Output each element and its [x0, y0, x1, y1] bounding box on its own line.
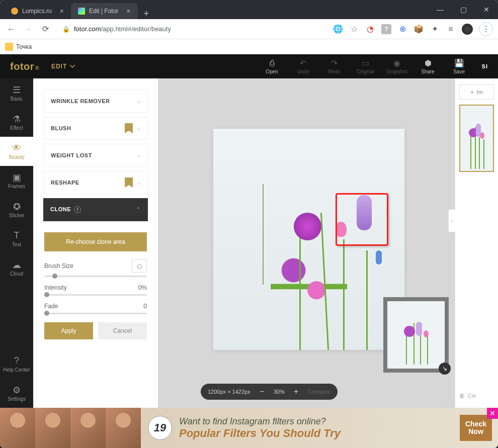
browser-menu-icon[interactable]: ⋮	[479, 22, 493, 36]
navigator-panel[interactable]: ↘	[383, 297, 449, 373]
clone-selection-box[interactable]	[336, 193, 388, 246]
fade-slider[interactable]	[44, 313, 147, 314]
premium-badge-icon	[125, 177, 133, 188]
url-path: /app.html#/editor/beauty	[101, 25, 171, 33]
navigator-collapse-icon[interactable]: ↘	[439, 363, 451, 375]
ad-headline-2: Popular Filters You Should Try	[179, 427, 460, 440]
window-minimize[interactable]: —	[429, 0, 452, 19]
zoom-level: 30%	[274, 389, 285, 395]
app-header: fotor® EDIT ⎙Open ↶Undo ↷Redo ▭Original …	[0, 54, 498, 78]
rail-frames[interactable]: ▣Frames	[0, 166, 33, 195]
url-domain: fotor.com	[74, 25, 101, 33]
window-close[interactable]: ✕	[475, 0, 498, 19]
beauty-panel: WRINKLE REMOVER ⌵ BLUSH ⌵ WEIGHT LOST ⌵ …	[33, 78, 158, 408]
ad-close-icon[interactable]: ✕	[487, 408, 498, 419]
bookmark-item[interactable]: Точка	[16, 43, 32, 50]
tab-title: Lumpics.ru	[22, 8, 52, 15]
help-icon[interactable]: ?	[74, 206, 81, 213]
intensity-label: Intensity	[44, 284, 67, 291]
share-button[interactable]: ⬢Share	[413, 59, 443, 74]
section-wrinkle-remover[interactable]: WRINKLE REMOVER ⌵	[43, 89, 148, 113]
chevron-down-icon: ⌵	[137, 98, 140, 105]
left-rail: ☰Basic ⚗Effect 👁Beauty ▣Frames ✪Sticker …	[0, 78, 33, 408]
rail-help[interactable]: ?Help Center	[0, 349, 33, 379]
url-field[interactable]: 🔒 fotor.com/app.html#/editor/beauty	[56, 25, 328, 33]
import-button[interactable]: + Im	[459, 84, 494, 100]
canvas-area: ↘ 1200px × 1422px − 30% + Compare	[158, 78, 455, 408]
ad-banner[interactable]: 19 Want to find Instagram filters online…	[0, 408, 498, 448]
apply-button[interactable]: Apply	[44, 322, 93, 339]
rechoose-clone-button[interactable]: Re-choose clone area	[44, 232, 147, 251]
nav-forward[interactable]: →	[22, 23, 34, 35]
extension-help-icon[interactable]: ?	[381, 24, 391, 34]
image-thumbnail-selected[interactable]	[459, 105, 494, 172]
ad-headline-1: Want to find Instagram filters online?	[179, 416, 460, 427]
rail-settings[interactable]: ⚙Settings	[0, 379, 33, 408]
extension-globe-icon[interactable]: ⊕	[397, 24, 407, 34]
mode-dropdown[interactable]: EDIT	[51, 63, 75, 70]
redo-button[interactable]: ↷Redo	[320, 59, 349, 74]
window-maximize[interactable]: ▢	[452, 0, 475, 19]
close-icon[interactable]: ×	[126, 7, 130, 15]
favicon-lumpics	[11, 8, 18, 15]
chevron-down-icon: ⌵	[137, 179, 140, 186]
expand-panel-icon[interactable]: ›	[448, 209, 455, 232]
clear-button[interactable]: 🗑 Cle	[459, 390, 494, 402]
browser-tab-lumpics[interactable]: Lumpics.ru ×	[4, 3, 71, 19]
chevron-down-icon: ⌵	[137, 152, 140, 159]
canvas-dimensions: 1200px × 1422px	[208, 389, 251, 395]
reading-list-icon[interactable]: ≡	[446, 24, 456, 34]
brush-size-slider[interactable]	[44, 276, 147, 277]
cancel-button[interactable]: Cancel	[98, 322, 147, 339]
fade-label: Fade	[44, 303, 58, 310]
nav-reload[interactable]: ⟳	[39, 23, 51, 35]
undo-button[interactable]: ↶Undo	[289, 59, 318, 74]
canvas-image[interactable]	[213, 129, 404, 350]
rail-sticker[interactable]: ✪Sticker	[0, 195, 33, 224]
rail-cloud[interactable]: ☁Cloud	[0, 253, 33, 283]
intensity-slider[interactable]	[44, 294, 147, 296]
zoom-in-button[interactable]: +	[292, 387, 301, 396]
signin-link[interactable]: SI	[482, 63, 488, 69]
plus-icon: +	[470, 89, 473, 95]
favicon-fotor	[78, 8, 85, 15]
window-titlebar: Lumpics.ru × Edit | Fotor × + — ▢ ✕	[0, 0, 498, 19]
extension-opera-icon[interactable]: ◔	[365, 24, 375, 34]
fotor-logo[interactable]: fotor®	[10, 61, 39, 72]
bookmark-star-icon[interactable]: ☆	[349, 24, 359, 34]
rail-text[interactable]: TText	[0, 224, 33, 253]
rail-beauty[interactable]: 👁Beauty	[0, 137, 33, 166]
bookmarks-bar: Точка	[0, 39, 498, 54]
intensity-value: 0%	[138, 284, 147, 291]
trash-icon: 🗑	[459, 393, 465, 399]
profile-avatar[interactable]	[462, 24, 473, 35]
zoom-out-button[interactable]: −	[258, 387, 267, 396]
lock-icon: 🔒	[62, 26, 70, 33]
extension-box-icon[interactable]: 📦	[413, 24, 424, 34]
section-clone[interactable]: CLONE? ⌃	[43, 198, 148, 221]
zoom-toolbar: 1200px × 1422px − 30% + Compare	[201, 384, 338, 400]
tab-title: Edit | Fotor	[89, 8, 118, 15]
section-weight-lost[interactable]: WEIGHT LOST ⌵	[43, 144, 148, 167]
navigator-thumbnail[interactable]	[387, 301, 445, 369]
chevron-down-icon: ⌵	[137, 125, 140, 132]
nav-back[interactable]: ←	[5, 23, 17, 35]
eraser-button[interactable]: ◇	[132, 259, 147, 273]
premium-badge-icon	[125, 123, 133, 133]
section-blush[interactable]: BLUSH ⌵	[43, 117, 148, 140]
original-button[interactable]: ▭Original	[351, 59, 380, 74]
browser-tab-fotor[interactable]: Edit | Fotor ×	[71, 3, 138, 19]
address-bar: ← → ⟳ 🔒 fotor.com/app.html#/editor/beaut…	[0, 19, 498, 39]
rail-basic[interactable]: ☰Basic	[0, 78, 33, 108]
extensions-puzzle-icon[interactable]: ✦	[430, 24, 440, 34]
chevron-down-icon	[70, 65, 75, 68]
compare-button[interactable]: Compare	[308, 389, 330, 395]
save-button[interactable]: 💾Save	[445, 59, 474, 74]
translate-icon[interactable]: 🌐	[333, 24, 343, 34]
new-tab-button[interactable]: +	[138, 9, 155, 19]
close-icon[interactable]: ×	[60, 7, 64, 15]
rail-effect[interactable]: ⚗Effect	[0, 108, 33, 137]
section-reshape[interactable]: RESHAPE ⌵	[43, 171, 148, 194]
snapshot-button[interactable]: ◉Snapshot	[382, 59, 411, 74]
open-button[interactable]: ⎙Open	[258, 59, 287, 74]
